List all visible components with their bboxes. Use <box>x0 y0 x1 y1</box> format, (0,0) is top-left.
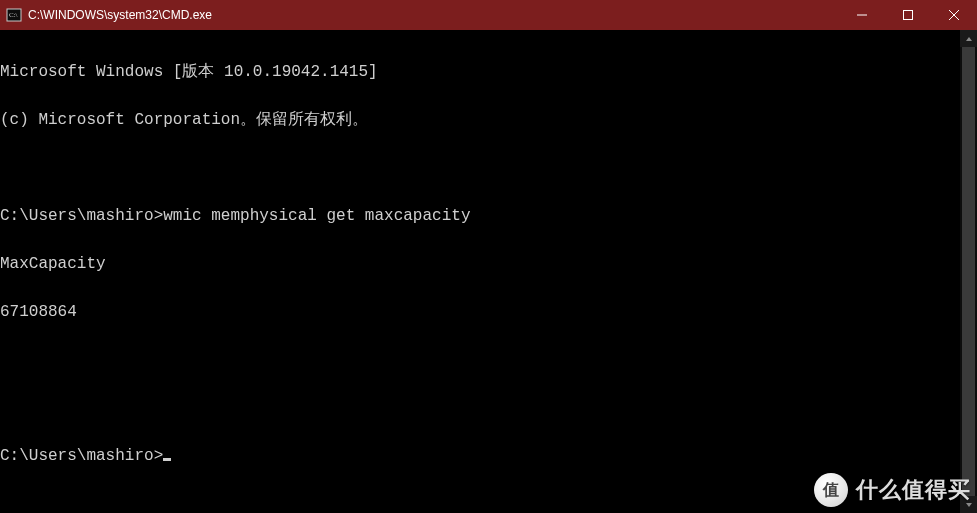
scroll-track[interactable] <box>960 47 977 496</box>
console-line <box>0 352 960 368</box>
console-line: MaxCapacity <box>0 256 960 272</box>
minimize-button[interactable] <box>839 0 885 30</box>
console-prompt-line: C:\Users\mashiro> <box>0 448 960 464</box>
svg-marker-7 <box>966 503 972 507</box>
scroll-thumb[interactable] <box>962 47 975 496</box>
console-line: C:\Users\mashiro>wmic memphysical get ma… <box>0 208 960 224</box>
client-area: Microsoft Windows [版本 10.0.19042.1415] (… <box>0 30 977 513</box>
console-prompt: C:\Users\mashiro> <box>0 447 163 465</box>
window-title: C:\WINDOWS\system32\CMD.exe <box>28 8 212 22</box>
maximize-button[interactable] <box>885 0 931 30</box>
console-line: 67108864 <box>0 304 960 320</box>
console-line: Microsoft Windows [版本 10.0.19042.1415] <box>0 64 960 80</box>
svg-marker-6 <box>966 37 972 41</box>
scroll-down-button[interactable] <box>960 496 977 513</box>
svg-text:C:\: C:\ <box>9 11 18 19</box>
titlebar[interactable]: C:\ C:\WINDOWS\system32\CMD.exe <box>0 0 977 30</box>
console-line: (c) Microsoft Corporation。保留所有权利。 <box>0 112 960 128</box>
scroll-up-button[interactable] <box>960 30 977 47</box>
svg-rect-3 <box>904 11 913 20</box>
cmd-app-icon: C:\ <box>6 7 22 23</box>
console-output[interactable]: Microsoft Windows [版本 10.0.19042.1415] (… <box>0 30 960 513</box>
text-cursor <box>163 458 171 461</box>
close-button[interactable] <box>931 0 977 30</box>
vertical-scrollbar[interactable] <box>960 30 977 513</box>
console-line <box>0 400 960 416</box>
console-line <box>0 160 960 176</box>
